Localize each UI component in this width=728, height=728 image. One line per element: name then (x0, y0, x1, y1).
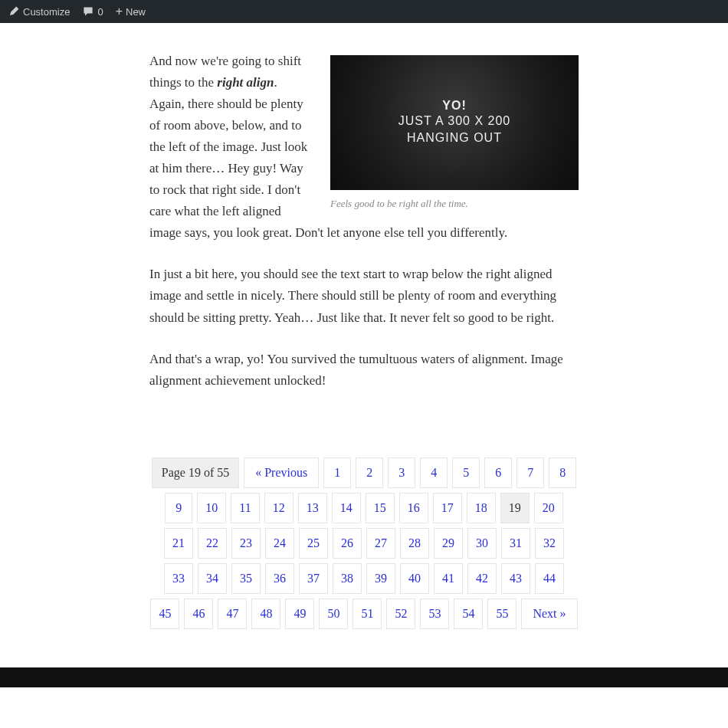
page-17[interactable]: 17 (433, 493, 462, 523)
next-button[interactable]: Next » (521, 598, 577, 629)
page-3[interactable]: 3 (388, 457, 415, 488)
page-2[interactable]: 2 (356, 457, 383, 488)
emphasis-right-align: right align (217, 75, 274, 90)
page-30[interactable]: 30 (467, 528, 497, 559)
new-link[interactable]: + New (116, 5, 146, 18)
paragraph-closing: And that's a wrap, yo! You survived the … (149, 349, 579, 392)
page-25[interactable]: 25 (299, 528, 328, 559)
comments-link[interactable]: 0 (82, 5, 103, 18)
page-55[interactable]: 55 (487, 598, 516, 629)
page-44[interactable]: 44 (535, 563, 564, 594)
page-7[interactable]: 7 (516, 457, 544, 488)
page-34[interactable]: 34 (198, 563, 227, 594)
page-52[interactable]: 52 (386, 598, 415, 629)
page-50[interactable]: 50 (319, 598, 348, 629)
page-18[interactable]: 18 (467, 493, 496, 523)
page-42[interactable]: 42 (467, 563, 497, 594)
brush-icon (8, 5, 20, 18)
page-53[interactable]: 53 (420, 598, 449, 629)
page-49[interactable]: 49 (285, 598, 314, 629)
footer-bar (0, 667, 728, 687)
image-caption: Feels good to be right all the time. (330, 198, 579, 210)
image-text-line3: HANGING OUT (407, 130, 502, 146)
page-19: 19 (500, 493, 530, 523)
page-37[interactable]: 37 (299, 563, 328, 594)
page-9[interactable]: 9 (165, 493, 192, 523)
page-20[interactable]: 20 (534, 493, 563, 523)
admin-bar: Customize 0 + New (0, 0, 728, 23)
placeholder-image: YO! JUST A 300 X 200 HANGING OUT (330, 55, 579, 190)
page-28[interactable]: 28 (400, 528, 429, 559)
pagination: Page 19 of 55« Previous12345678910111213… (140, 457, 588, 667)
page-4[interactable]: 4 (420, 457, 448, 488)
page-13[interactable]: 13 (298, 493, 327, 523)
customize-link[interactable]: Customize (8, 5, 70, 18)
page-5[interactable]: 5 (452, 457, 480, 488)
page-15[interactable]: 15 (366, 493, 395, 523)
page-48[interactable]: 48 (251, 598, 280, 629)
page-10[interactable]: 10 (197, 493, 226, 523)
page-40[interactable]: 40 (400, 563, 429, 594)
aligned-image-figure: YO! JUST A 300 X 200 HANGING OUT Feels g… (330, 55, 579, 210)
page-11[interactable]: 11 (231, 493, 259, 523)
new-label: New (126, 6, 146, 18)
page-24[interactable]: 24 (265, 528, 294, 559)
page-12[interactable]: 12 (264, 493, 293, 523)
prev-button[interactable]: « Previous (244, 457, 319, 488)
comments-count: 0 (97, 6, 103, 18)
page-47[interactable]: 47 (218, 598, 247, 629)
image-text-line2: JUST A 300 X 200 (398, 113, 510, 130)
plus-icon: + (116, 5, 123, 18)
page-14[interactable]: 14 (332, 493, 361, 523)
page-36[interactable]: 36 (265, 563, 294, 594)
page-39[interactable]: 39 (366, 563, 395, 594)
image-text-line1: YO! (442, 99, 466, 113)
page-body: YO! JUST A 300 X 200 HANGING OUT Feels g… (0, 23, 728, 667)
page-35[interactable]: 35 (231, 563, 261, 594)
comment-icon (82, 5, 94, 18)
page-21[interactable]: 21 (164, 528, 193, 559)
post-content: YO! JUST A 300 X 200 HANGING OUT Feels g… (136, 23, 592, 457)
page-46[interactable]: 46 (184, 598, 213, 629)
page-16[interactable]: 16 (399, 493, 428, 523)
page-45[interactable]: 45 (150, 598, 179, 629)
page-38[interactable]: 38 (333, 563, 362, 594)
page-43[interactable]: 43 (501, 563, 530, 594)
page-8[interactable]: 8 (549, 457, 576, 488)
page-33[interactable]: 33 (164, 563, 193, 594)
page-26[interactable]: 26 (333, 528, 362, 559)
page-29[interactable]: 29 (434, 528, 463, 559)
page-1[interactable]: 1 (323, 457, 351, 488)
page-22[interactable]: 22 (198, 528, 227, 559)
page-31[interactable]: 31 (501, 528, 530, 559)
page-info: Page 19 of 55 (152, 457, 239, 488)
page-32[interactable]: 32 (535, 528, 564, 559)
page-27[interactable]: 27 (366, 528, 395, 559)
paragraph-wrap: In just a bit here, you should see the t… (149, 264, 579, 328)
page-41[interactable]: 41 (434, 563, 463, 594)
page-51[interactable]: 51 (353, 598, 382, 629)
page-6[interactable]: 6 (484, 457, 512, 488)
page-23[interactable]: 23 (231, 528, 261, 559)
customize-label: Customize (23, 6, 70, 18)
page-54[interactable]: 54 (454, 598, 483, 629)
